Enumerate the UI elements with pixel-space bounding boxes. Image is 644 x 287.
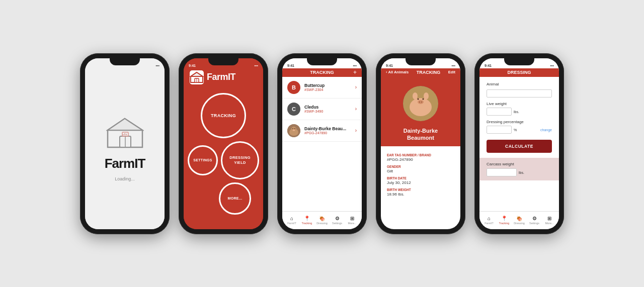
status-icons-4: ▪▪▪ [452,64,455,67]
detail-header: ‹ All Animals TRACKING Edit [381,68,460,77]
tab-bar-3: ⌂ FarmIT 📍 Tracking 🍖 Dressing ⚙ Setting… [282,211,362,229]
home-icon: ⌂ [290,216,293,221]
settings-icon: ⚙ [335,216,340,221]
tracking-button[interactable]: TRACKING [201,93,246,138]
list-item[interactable]: B Buttercup #SWF-2304 › [282,77,362,99]
circle-row: SETTINGS DRESSINGYIELD [188,141,259,179]
svg-point-25 [418,100,424,104]
svg-point-19 [293,129,295,131]
birth-weight-value: 18.96 lbs. [387,192,454,197]
animal-info-cledus: Cledus #SWF-3490 [304,105,351,113]
notch-5 [504,58,534,65]
tab-tracking-5[interactable]: 📍 Tracking [497,216,512,225]
menu-header: FarmIT [184,68,263,88]
logo-it: IT [134,156,145,171]
svg-point-17 [292,128,293,129]
ear-tag-value: #PGG-247890 [387,157,454,162]
tracking-icon-5: 📍 [501,216,507,221]
animal-tag: #SWF-2304 [304,88,351,91]
notch [110,58,140,65]
loading-text: Loading... [115,176,135,181]
dressing-pct-unit: % [514,128,517,132]
tab-farmit-5[interactable]: ⌂ FarmIT [481,216,497,225]
notch-3 [307,58,337,65]
phone-5-screen: 9:41 ▪▪▪ DRESSING Animal Live weight lbs… [479,58,559,229]
animal-tag: #PGG-247890 [304,131,351,135]
carcass-row: lbs. [487,168,552,176]
edit-button[interactable]: Edit [448,70,455,74]
tracking-list: B Buttercup #SWF-2304 › C Cledus #SWF-34… [282,77,362,144]
carcass-weight-input[interactable] [487,168,517,176]
svg-point-18 [294,128,295,129]
barn-icon [106,116,144,151]
dressing-yield-button[interactable]: DRESSINGYIELD [221,141,259,179]
tracking-title: TRACKING [310,70,334,75]
back-button[interactable]: ‹ All Animals [386,70,409,74]
list-item[interactable]: C Cledus #SWF-3490 › [282,99,362,120]
tab-more-5[interactable]: ⊞ More... [542,216,557,225]
tab-farmit[interactable]: ⌂ FarmIT [284,216,299,225]
animal-detail-name: Dainty-BurkeBeaumont [398,124,443,147]
tab-bar-5: ⌂ FarmIT 📍 Tracking 🍖 Dressing ⚙ Setting… [479,211,559,229]
tab-label: FarmIT [287,222,296,225]
tab-more[interactable]: ⊞ More... [345,216,360,225]
tab-label: More... [348,222,356,225]
live-weight-input[interactable] [487,108,512,116]
phone-1-splash: ▪▪▪ [80,53,170,234]
signal-icon: ▪▪▪ [156,64,159,67]
animal-input[interactable] [487,89,552,98]
animal-name: Buttercup [304,83,351,88]
animal-info-dainty: Dainty-Burke Beau... #PGG-247890 [304,126,351,135]
svg-point-24 [424,92,429,100]
dressing-icon: 🍖 [319,216,325,221]
tab-label: Settings [332,222,342,225]
settings-button[interactable]: SETTINGS [188,145,218,175]
dressing-header: DRESSING [479,68,559,77]
ear-tag-label: Ear Tag Number / Brand [387,153,454,157]
live-weight-label: Live weight [487,102,552,106]
svg-point-28 [418,98,419,100]
logo-farm: Farm [105,156,135,171]
phone-3-tracking: 9:41 ▪▪▪ TRACKING + B Buttercup #SWF-230… [277,53,367,234]
detail-title: TRACKING [417,70,441,75]
dressing-icon-5: 🍖 [516,216,522,221]
chevron-right-icon: › [355,106,357,112]
status-icons-5: ▪▪▪ [550,64,554,67]
add-animal-button[interactable]: + [353,69,357,76]
dressing-pct-input[interactable] [487,126,512,134]
animal-photo [403,86,438,121]
calculate-button[interactable]: CALCULATE [487,140,552,153]
status-icons: ▪▪▪ [156,64,159,67]
tab-label: Dressing [316,222,328,225]
tab-tracking[interactable]: 📍 Tracking [299,216,314,225]
tracking-header: TRACKING + [282,68,362,77]
tab-dressing-5[interactable]: 🍖 Dressing [512,216,527,225]
phones-container: ▪▪▪ [70,43,574,244]
birth-date-label: Birth Date [387,176,454,180]
menu-buttons: TRACKING SETTINGS DRESSINGYIELD MORE... [184,88,263,229]
status-icons-2: ▪▪▪ [255,64,258,67]
status-icons-3: ▪▪▪ [353,64,357,67]
tab-label: Tracking [302,222,312,225]
animal-name: Cledus [304,105,351,110]
live-weight-row: lbs. [487,108,552,116]
tab-dressing[interactable]: 🍖 Dressing [314,216,330,225]
phone-4-detail: 9:41 ▪▪▪ ‹ All Animals TRACKING Edit [376,53,465,234]
more-icon: ⊞ [350,216,354,221]
list-item[interactable]: Dainty-Burke Beau... #PGG-247890 › [282,120,362,142]
tab-settings[interactable]: ⚙ Settings [330,216,345,225]
dressing-yield-label: DRESSINGYIELD [229,155,251,165]
svg-marker-2 [108,119,142,130]
tab-settings-5[interactable]: ⚙ Settings [527,216,542,225]
svg-point-23 [413,92,418,100]
phone-3-screen: 9:41 ▪▪▪ TRACKING + B Buttercup #SWF-230… [282,58,362,229]
svg-point-29 [423,98,424,100]
status-time-4: 9:41 [386,64,393,67]
phone-2-screen: 9:41 ▪▪▪ FarmIT TRACKING [184,58,263,229]
gender-label: Gender [387,165,454,168]
birth-date-value: July 30, 2012 [387,180,454,185]
back-chevron-icon: ‹ [386,70,387,74]
more-button[interactable]: MORE... [219,182,251,215]
tracking-icon: 📍 [304,216,310,221]
change-link[interactable]: change [540,128,552,132]
